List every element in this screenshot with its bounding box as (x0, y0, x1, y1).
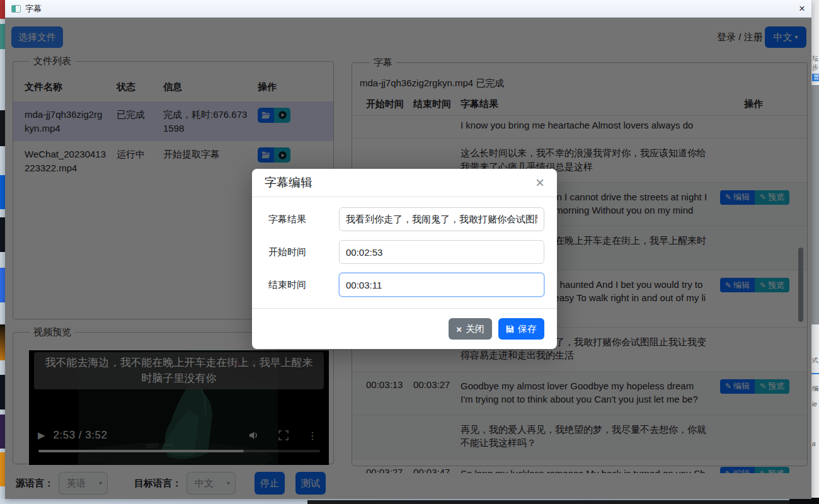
background-text: 坛 (812, 55, 818, 62)
modal-footer: × 关闭 保存 (252, 308, 557, 349)
close-icon[interactable]: × (536, 175, 544, 190)
end-time-input[interactable] (339, 273, 544, 297)
window-titlebar: 字幕 × (5, 0, 811, 18)
background-text: 编 (812, 386, 818, 392)
end-time-label: 结束时间 (268, 279, 339, 291)
window-title: 字幕 (25, 3, 42, 14)
subtitle-edit-modal: 字幕编辑 × 字幕结果 开始时间 结束时间 × (252, 169, 557, 349)
close-icon: × (456, 324, 462, 335)
subtitle-result-input[interactable] (339, 207, 544, 231)
desktop-icons-strip (0, 0, 5, 504)
desktop: { "window": { "title": "字幕", "close_glyp… (0, 0, 819, 504)
modal-header: 字幕编辑 × (252, 169, 557, 197)
start-time-input[interactable] (339, 240, 544, 264)
modal-body: 字幕结果 开始时间 结束时间 (252, 197, 557, 308)
modal-save-button[interactable]: 保存 (498, 318, 544, 340)
background-text: 步 (812, 64, 818, 71)
app-window: 字幕 × 选择文件 登录 / 注册 中文 ▾ 文件列表 文件名称 状态 信息 操… (5, 0, 811, 499)
background-text: ie (812, 401, 817, 408)
background-window-strip: 坛 步 置 式 编 ie a (811, 0, 819, 499)
modal-title: 字幕编辑 (265, 175, 312, 191)
background-text: 置 (812, 74, 819, 81)
modal-close-button[interactable]: × 关闭 (449, 318, 492, 340)
taskbar-strip (307, 500, 789, 504)
save-icon (506, 325, 514, 333)
app-icon (11, 5, 21, 13)
window-close-icon[interactable]: × (799, 3, 805, 14)
background-text: 式 (812, 357, 818, 364)
subtitle-result-label: 字幕结果 (268, 214, 339, 226)
background-text: a (812, 441, 816, 447)
start-time-label: 开始时间 (268, 246, 339, 258)
